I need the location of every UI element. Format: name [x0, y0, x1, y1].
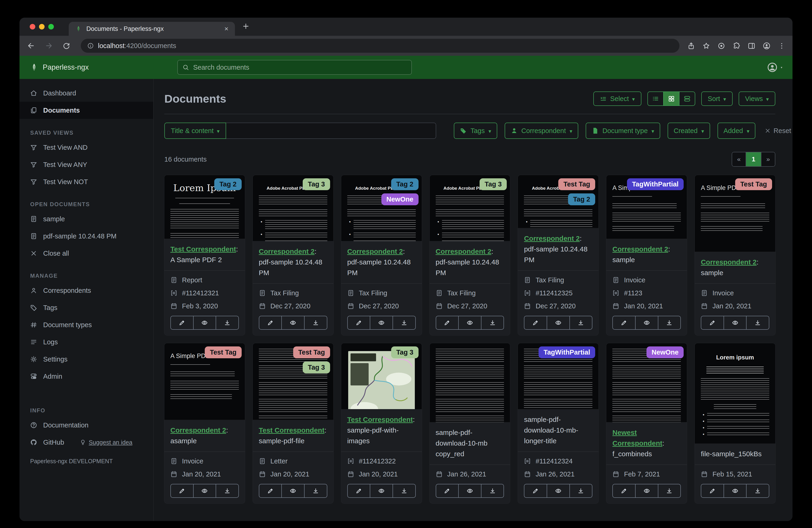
document-title[interactable]: Correspondent 2: pdf-sample 10.24.48 PM [430, 241, 510, 284]
document-correspondent-link[interactable]: Correspondent 2 [259, 247, 315, 255]
tag-badge-tagwithpartial[interactable]: TagWithPartial [627, 178, 684, 190]
tag-badge-tag-2[interactable]: Tag 2 [568, 194, 595, 205]
document-correspondent-link[interactable]: Correspondent 2 [436, 247, 491, 255]
filter-chip-correspondent[interactable]: Correspondent [505, 123, 578, 139]
document-title[interactable]: Test Correspondent: sample-pdf-file [253, 420, 333, 452]
sidebar-item-correspondents[interactable]: Correspondents [19, 282, 153, 299]
edit-button[interactable] [436, 484, 459, 497]
tag-badge-newone[interactable]: NewOne [381, 194, 419, 205]
download-button[interactable] [393, 484, 415, 497]
document-correspondent-link[interactable]: Correspondent 2 [170, 426, 226, 434]
document-title[interactable]: sample-pdf-download-10-mb copy_red [430, 422, 510, 465]
filter-query-input[interactable] [226, 123, 436, 139]
edit-button[interactable] [171, 484, 193, 497]
suggest-an-idea-link[interactable]: Suggest an idea [80, 439, 132, 446]
sidebar-item-settings[interactable]: Settings [19, 351, 153, 368]
share-icon[interactable] [687, 42, 695, 50]
search-field-selector[interactable]: Title & content [164, 123, 226, 139]
document-title[interactable]: Correspondent 2: pdf-sample 10.24.48 PM [253, 241, 333, 284]
document-title[interactable]: Correspondent 2: pdf-sample 10.24.48 PM [518, 228, 598, 271]
global-search[interactable] [177, 60, 412, 75]
document-correspondent-link[interactable]: Correspondent 2 [701, 258, 756, 266]
sidebar-item-documentation[interactable]: Documentation [19, 416, 153, 434]
download-button[interactable] [658, 484, 681, 497]
close-window-button[interactable] [30, 24, 35, 29]
edit-button[interactable] [524, 484, 547, 497]
document-correspondent-link[interactable]: Correspondent 2 [612, 245, 668, 253]
active-browser-tab[interactable]: Documents - Paperless-ngx × [69, 22, 235, 36]
document-title[interactable]: Newest Correspondent: f_combineds [606, 422, 687, 465]
document-title[interactable]: Test Correspondent: sample-pdf-with-imag… [341, 409, 422, 452]
download-button[interactable] [746, 484, 769, 497]
tag-badge-test-tag[interactable]: Test Tag [558, 178, 595, 190]
sidebar-item-test-view-and[interactable]: Test View AND [19, 139, 153, 156]
preview-button[interactable] [547, 316, 569, 329]
tag-badge-test-tag[interactable]: Test Tag [735, 178, 772, 190]
sidebar-item-documents[interactable]: Documents [19, 102, 153, 119]
search-input[interactable] [193, 63, 407, 72]
browser-profile-icon[interactable] [763, 42, 770, 50]
edit-button[interactable] [259, 316, 281, 329]
preview-button[interactable] [547, 484, 569, 497]
user-menu[interactable] [767, 62, 782, 73]
tag-badge-tag-2[interactable]: Tag 2 [391, 178, 419, 190]
tag-badge-tag-3[interactable]: Tag 3 [303, 361, 330, 373]
tag-badge-tag-2[interactable]: Tag 2 [214, 178, 242, 190]
reset-filters-button[interactable]: Reset filters [765, 127, 793, 135]
document-title[interactable]: Correspondent 2: sample [606, 239, 687, 271]
download-button[interactable] [746, 316, 769, 329]
document-title[interactable]: sample-pdf-download-10-mb-longer-title [518, 409, 598, 452]
back-button[interactable] [27, 41, 36, 51]
download-button[interactable] [481, 484, 504, 497]
sidebar-item-admin[interactable]: Admin [19, 368, 153, 385]
document-thumbnail[interactable]: Test TagTag 2Adobe Acrobat PDF Files [518, 175, 598, 228]
document-title[interactable]: Test Correspondent: A Sample PDF 2 [164, 239, 245, 271]
sort-button[interactable]: Sort [701, 91, 733, 106]
edit-button[interactable] [436, 316, 459, 329]
prev-page-button[interactable]: « [732, 152, 745, 166]
document-thumbnail[interactable]: TagWithPartial [518, 343, 598, 409]
tag-badge-tag-3[interactable]: Tag 3 [303, 178, 330, 190]
document-title[interactable]: Correspondent 2: asample [164, 420, 245, 452]
document-correspondent-link[interactable]: Test Correspondent [347, 416, 413, 423]
extensions-icon[interactable] [733, 42, 740, 50]
sidebar-item-sample[interactable]: sample [19, 210, 153, 228]
view-mode-view-list[interactable] [648, 92, 663, 105]
sidebar-item-test-view-any[interactable]: Test View ANY [19, 156, 153, 173]
edit-button[interactable] [348, 316, 370, 329]
tag-badge-test-tag[interactable]: Test Tag [205, 346, 242, 358]
preview-button[interactable] [635, 316, 658, 329]
download-button[interactable] [569, 316, 592, 329]
download-button[interactable] [304, 484, 327, 497]
document-correspondent-link[interactable]: Correspondent 2 [347, 247, 403, 255]
tag-badge-tag-3[interactable]: Tag 3 [391, 346, 419, 358]
minimize-window-button[interactable] [39, 24, 45, 29]
document-thumbnail[interactable] [430, 343, 510, 422]
preview-button[interactable] [281, 484, 304, 497]
preview-button[interactable] [281, 316, 304, 329]
document-thumbnail[interactable]: Test TagTag 3 [253, 343, 333, 420]
edit-button[interactable] [171, 316, 193, 329]
filter-chip-created[interactable]: Created [668, 123, 710, 139]
tag-badge-tag-3[interactable]: Tag 3 [480, 178, 507, 190]
edit-button[interactable] [613, 316, 635, 329]
preview-button[interactable] [724, 316, 746, 329]
menu-kebab-icon[interactable] [778, 42, 785, 50]
edit-button[interactable] [613, 484, 635, 497]
brand[interactable]: Paperless-ngx [30, 63, 160, 72]
current-page-button[interactable]: 1 [745, 152, 761, 166]
download-button[interactable] [304, 316, 327, 329]
document-thumbnail[interactable]: NewOne [606, 343, 687, 422]
new-tab-button[interactable] [242, 22, 251, 31]
edit-button[interactable] [524, 316, 547, 329]
tag-badge-tagwithpartial[interactable]: TagWithPartial [539, 346, 595, 358]
sidebar-item-document-types[interactable]: Document types [19, 316, 153, 333]
preview-button[interactable] [370, 484, 393, 497]
download-button[interactable] [481, 316, 504, 329]
document-correspondent-link[interactable]: Correspondent 2 [524, 234, 580, 242]
filter-chip-document-type[interactable]: Document type [586, 123, 660, 139]
views-button[interactable]: Views [739, 91, 775, 106]
edit-button[interactable] [348, 484, 370, 497]
document-correspondent-link[interactable]: Test Correspondent [170, 245, 236, 253]
sidebar-item-test-view-not[interactable]: Test View NOT [19, 173, 153, 190]
